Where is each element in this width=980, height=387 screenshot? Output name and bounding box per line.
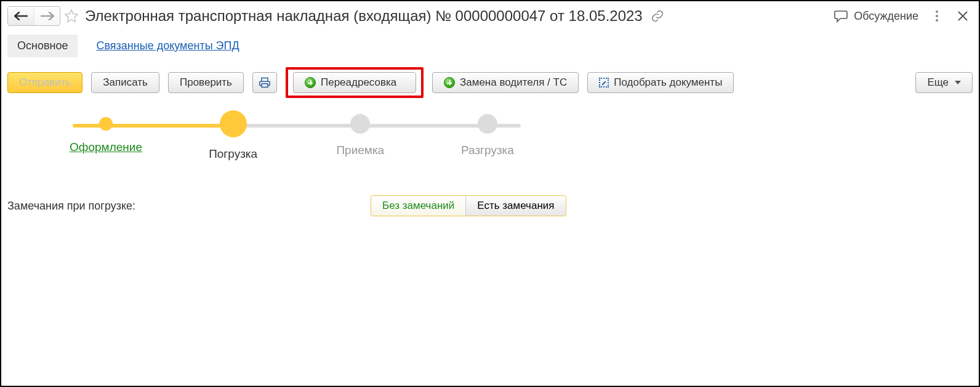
chat-icon: [834, 9, 849, 23]
send-button[interactable]: Отправить: [7, 72, 82, 93]
select-icon: [599, 78, 609, 88]
change-driver-label: Замена водителя / ТС: [460, 76, 567, 89]
close-icon[interactable]: [955, 9, 970, 23]
step-label: Погрузка: [209, 147, 257, 161]
printer-icon: [259, 76, 271, 89]
reroute-button[interactable]: Переадресовка: [293, 72, 416, 93]
toolbar: Отправить Записать Проверить Переадресов…: [7, 67, 973, 98]
remarks-toggle: Без замечаний Есть замечания: [371, 195, 566, 216]
plus-icon: [305, 77, 316, 88]
tab-main[interactable]: Основное: [7, 35, 78, 57]
arrow-left-icon: [14, 12, 28, 20]
page-title: Электронная транспортная накладная (вход…: [85, 7, 643, 25]
step-1[interactable]: Оформление: [63, 114, 149, 161]
tab-linked-docs[interactable]: Связанные документы ЭПД: [86, 35, 249, 57]
step-dot: [478, 114, 497, 134]
link-icon[interactable]: [650, 9, 665, 23]
document-form: Электронная транспортная накладная (вход…: [0, 0, 980, 387]
step-dot: [350, 114, 370, 134]
highlight-reroute: Переадресовка: [286, 67, 424, 98]
change-driver-button[interactable]: Замена водителя / ТС: [432, 72, 579, 93]
pick-documents-button[interactable]: Подобрать документы: [587, 72, 734, 93]
step-3[interactable]: Приемка: [317, 114, 403, 161]
step-label: Разгрузка: [461, 144, 514, 157]
header-right: Обсуждение: [834, 9, 973, 23]
svg-point-2: [936, 19, 938, 22]
remarks-none-button[interactable]: Без замечаний: [371, 196, 465, 216]
discussion-button[interactable]: Обсуждение: [834, 9, 918, 23]
save-button[interactable]: Записать: [91, 72, 159, 93]
remarks-row: Замечания при погрузке: Без замечаний Ес…: [7, 195, 973, 216]
pick-documents-label: Подобрать документы: [614, 76, 722, 89]
more-button[interactable]: Еще: [915, 72, 973, 93]
step-label: Приемка: [336, 144, 384, 157]
nav-back-forward: [7, 6, 60, 26]
favorite-star-icon[interactable]: [64, 9, 79, 23]
kebab-menu-icon[interactable]: [930, 9, 944, 23]
discussion-label: Обсуждение: [854, 10, 918, 23]
more-label: Еще: [927, 76, 949, 89]
reroute-label: Переадресовка: [321, 76, 396, 89]
step-label[interactable]: Оформление: [70, 141, 142, 154]
check-button[interactable]: Проверить: [168, 72, 244, 93]
plus-icon: [444, 77, 455, 88]
print-button[interactable]: [252, 72, 277, 93]
chevron-down-icon: [955, 81, 961, 84]
nav-back-button[interactable]: [8, 7, 34, 25]
arrow-right-icon: [41, 12, 54, 20]
step-dot: [220, 110, 247, 137]
remarks-has-button[interactable]: Есть замечания: [465, 196, 565, 216]
svg-point-0: [936, 10, 938, 13]
step-dot: [99, 117, 113, 131]
section-tabs: Основное Связанные документы ЭПД: [7, 35, 973, 57]
svg-point-1: [936, 15, 938, 17]
progress-stepper: Оформление Погрузка Приемка Разгрузка: [7, 114, 973, 161]
remarks-label: Замечания при погрузке:: [7, 200, 371, 213]
nav-forward-button[interactable]: [34, 7, 60, 25]
step-4[interactable]: Разгрузка: [444, 114, 531, 161]
step-2[interactable]: Погрузка: [190, 114, 276, 161]
header: Электронная транспортная накладная (вход…: [7, 6, 973, 26]
